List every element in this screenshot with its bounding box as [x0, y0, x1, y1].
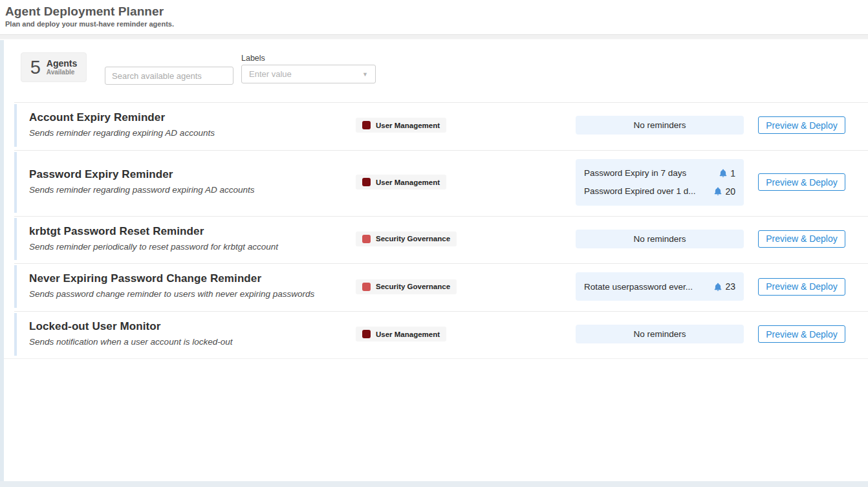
main-content: 5 Agents Available Labels Enter value ▼ … [0, 39, 868, 359]
no-reminders-label: No reminders [576, 325, 744, 343]
reminders-stack: Rotate userpassword ever... 23 [576, 272, 744, 301]
tag-color-icon [362, 235, 371, 243]
preview-deploy-button[interactable]: Preview & Deploy [758, 173, 845, 191]
agent-row: krbtgt Password Reset Reminder Sends rem… [14, 216, 868, 262]
agent-description: Sends reminder regarding password expiri… [29, 184, 353, 197]
left-edge-strip [0, 40, 4, 487]
page-subtitle: Plan and deploy your must-have reminder … [5, 20, 868, 28]
agent-tag-column: Security Governance [356, 232, 576, 246]
reminder-count-wrap: 1 [719, 168, 735, 179]
bell-icon [714, 187, 722, 195]
agents-available-label: Available [47, 69, 77, 76]
list-end-divider [0, 358, 868, 359]
tag-label: User Management [376, 122, 440, 129]
reminder-count-wrap: 23 [714, 281, 735, 292]
reminders-box: Password Expiry in 7 days 1Password Expi… [576, 159, 744, 206]
agents-count-label: Agents [47, 59, 77, 69]
labels-dropdown[interactable]: Enter value ▼ [241, 65, 376, 83]
agent-row: Never Expiring Password Change Reminder … [14, 263, 868, 309]
reminders-box: No reminders [576, 230, 744, 248]
agent-action-column: Preview & Deploy [758, 230, 845, 248]
chevron-down-icon: ▼ [362, 71, 368, 78]
agent-title: Locked-out User Monitor [29, 320, 353, 333]
reminder-count: 1 [730, 168, 735, 179]
preview-deploy-button[interactable]: Preview & Deploy [758, 116, 845, 134]
agent-description: Sends notification when a user account i… [29, 336, 353, 349]
reminder-name: Rotate userpassword ever... [584, 282, 693, 292]
agent-reminders-column: No reminders [576, 230, 744, 248]
agent-tag: User Management [356, 175, 446, 189]
bottom-edge-strip [0, 481, 868, 487]
no-reminders-label: No reminders [576, 230, 744, 248]
agent-row: Account Expiry Reminder Sends reminder r… [14, 102, 868, 148]
agent-tag: User Management [356, 327, 446, 341]
no-reminders-label: No reminders [576, 116, 744, 135]
page-title: Agent Deployment Planner [5, 5, 868, 19]
agent-title: Password Expiry Reminder [29, 168, 353, 181]
agent-action-column: Preview & Deploy [758, 325, 845, 343]
reminders-box: Rotate userpassword ever... 23 [576, 272, 744, 301]
agent-reminders-column: No reminders [576, 116, 744, 135]
agent-info: Never Expiring Password Change Reminder … [29, 272, 353, 301]
reminders-box: No reminders [576, 116, 744, 135]
agent-action-column: Preview & Deploy [758, 278, 845, 296]
agent-tag-column: User Management [356, 118, 576, 133]
agents-count: 5 [30, 58, 41, 77]
agent-reminders-column: No reminders [576, 325, 744, 343]
agent-tag-column: Security Governance [356, 279, 576, 294]
agent-title: Account Expiry Reminder [29, 111, 353, 124]
reminder-item: Password Expiry in 7 days 1 [576, 164, 744, 182]
tag-color-icon [362, 283, 371, 291]
agent-tag-column: User Management [356, 175, 576, 189]
agent-action-column: Preview & Deploy [758, 116, 845, 134]
reminder-count: 20 [725, 186, 735, 197]
agent-title: krbtgt Password Reset Reminder [29, 225, 353, 238]
agent-reminders-column: Rotate userpassword ever... 23 [576, 272, 744, 301]
agent-description: Sends reminder periodically to reset pas… [29, 241, 353, 254]
reminder-name: Password Expiry in 7 days [584, 168, 686, 178]
tag-label: Security Governance [376, 283, 450, 290]
reminder-item: Password Expired over 1 d... 20 [576, 182, 744, 200]
tag-color-icon [362, 178, 371, 186]
agent-tag-column: User Management [356, 327, 576, 341]
reminder-count-wrap: 20 [714, 186, 735, 197]
labels-dropdown-placeholder: Enter value [249, 69, 292, 79]
agent-reminders-column: Password Expiry in 7 days 1Password Expi… [576, 159, 744, 206]
agent-tag: Security Governance [356, 279, 457, 294]
reminders-stack: Password Expiry in 7 days 1Password Expi… [576, 159, 744, 206]
reminder-name: Password Expired over 1 d... [584, 186, 696, 196]
labels-label: Labels [241, 54, 376, 63]
tag-color-icon [362, 330, 371, 338]
header-divider-band [0, 35, 868, 39]
tag-label: Security Governance [376, 235, 450, 243]
reminders-box: No reminders [576, 325, 744, 343]
toolbar: 5 Agents Available Labels Enter value ▼ [0, 39, 868, 100]
preview-deploy-button[interactable]: Preview & Deploy [758, 230, 845, 248]
preview-deploy-button[interactable]: Preview & Deploy [758, 278, 845, 296]
agent-title: Never Expiring Password Change Reminder [29, 272, 353, 285]
agent-info: Locked-out User Monitor Sends notificati… [29, 320, 353, 349]
reminder-count: 23 [725, 281, 735, 292]
labels-filter-group: Labels Enter value ▼ [241, 54, 376, 83]
agent-info: Password Expiry Reminder Sends reminder … [29, 168, 353, 197]
tag-label: User Management [376, 179, 440, 186]
reminder-item: Rotate userpassword ever... 23 [576, 277, 744, 296]
bell-icon [719, 169, 727, 177]
tag-color-icon [362, 121, 371, 129]
page-header: Agent Deployment Planner Plan and deploy… [0, 0, 868, 35]
agent-description: Sends password change reminder to users … [29, 288, 353, 301]
agent-list: Account Expiry Reminder Sends reminder r… [14, 102, 868, 357]
agents-available-counter: 5 Agents Available [21, 52, 87, 82]
agent-info: Account Expiry Reminder Sends reminder r… [29, 111, 353, 140]
search-input[interactable] [105, 67, 233, 85]
agent-row: Locked-out User Monitor Sends notificati… [14, 311, 868, 357]
tag-label: User Management [376, 330, 440, 338]
agent-action-column: Preview & Deploy [758, 173, 845, 191]
preview-deploy-button[interactable]: Preview & Deploy [758, 325, 845, 343]
bell-icon [714, 283, 722, 291]
agent-tag: Security Governance [356, 232, 457, 246]
agent-row: Password Expiry Reminder Sends reminder … [14, 150, 868, 214]
agent-info: krbtgt Password Reset Reminder Sends rem… [29, 225, 353, 254]
agent-description: Sends reminder regarding expiring AD acc… [29, 127, 353, 140]
agent-tag: User Management [356, 118, 446, 133]
